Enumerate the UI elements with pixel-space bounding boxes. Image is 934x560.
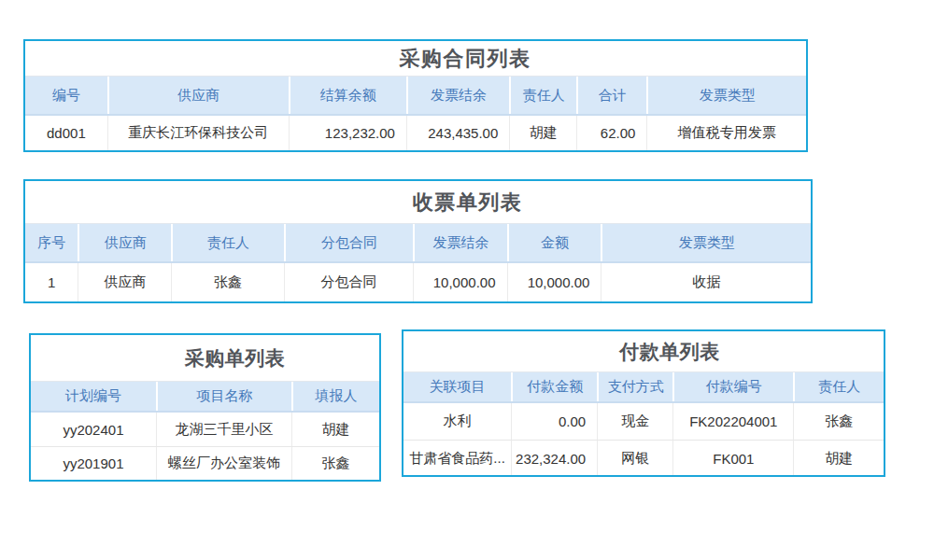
purchase-contract-table-title: 采购合同列表 [25,41,806,77]
table-cell: 甘肃省食品药... [403,441,511,476]
table-cell: yy201901 [31,447,156,480]
table-title-text: 采购合同列表 [400,45,531,73]
table-header-row: 编号 供应商 结算余额 发票结余 责任人 合计 发票类型 [25,77,806,116]
header-cell: 项目名称 [156,382,291,411]
header-cell: 供应商 [107,77,289,114]
header-cell: 结算余额 [289,77,406,114]
table-cell: 232,324.00 [511,441,597,476]
table-cell: 123,232.00 [289,116,406,150]
table-cell: 1 [25,263,78,301]
header-cell: 金额 [507,224,601,261]
table-cell: 胡建 [793,441,884,476]
table-row: 1 供应商 张鑫 分包合同 10,000.00 10,000.00 收据 [25,263,811,301]
header-cell: 供应商 [78,224,171,261]
table-row: yy201901 螺丝厂办公室装饰 张鑫 [31,446,379,480]
table-cell: 现金 [597,403,672,440]
header-cell: 关联项目 [403,372,511,401]
table-cell: 重庆长江环保科技公司 [107,116,289,150]
table-header-row: 关联项目 付款金额 支付方式 付款编号 责任人 [403,372,884,403]
header-cell: 合计 [576,77,646,114]
purchase-order-table-title: 采购单列表 [31,335,379,382]
table-cell: 10,000.00 [413,263,506,301]
table-cell: dd001 [25,116,107,150]
header-cell: 编号 [25,77,107,114]
table-cell: FK202204001 [672,403,793,440]
table-row: 水利 0.00 现金 FK202204001 张鑫 [403,403,884,440]
header-cell: 发票结余 [413,224,506,261]
table-cell: 螺丝厂办公室装饰 [156,447,291,480]
table-cell: 胡建 [291,413,379,446]
header-cell: 发票类型 [646,77,806,114]
table-cell: 62.00 [576,116,646,150]
header-cell: 发票结余 [406,77,509,114]
payment-table-title: 付款单列表 [403,331,884,372]
header-cell: 计划编号 [31,382,156,411]
table-cell: 龙湖三千里小区 [156,413,291,446]
table-row: dd001 重庆长江环保科技公司 123,232.00 243,435.00 胡… [25,116,806,150]
header-cell: 责任人 [793,372,884,401]
table-cell: 243,435.00 [406,116,509,150]
table-cell: 0.00 [511,403,597,440]
table-cell: 张鑫 [291,447,379,480]
table-cell: 供应商 [78,263,171,301]
table-header-row: 计划编号 项目名称 填报人 [31,382,379,413]
receipt-table: 收票单列表 序号 供应商 责任人 分包合同 发票结余 金额 发票类型 1 供应商… [23,179,813,303]
table-cell: 10,000.00 [507,263,601,301]
payment-table: 付款单列表 关联项目 付款金额 支付方式 付款编号 责任人 水利 0.00 现金… [402,329,885,477]
header-cell: 支付方式 [597,372,672,401]
table-cell: 张鑫 [793,403,884,440]
table-cell: 胡建 [509,116,576,150]
purchase-order-table: 采购单列表 计划编号 项目名称 填报人 yy202401 龙湖三千里小区 胡建 … [29,333,381,482]
table-cell: FK001 [672,441,793,476]
table-title-text: 采购单列表 [185,345,286,371]
table-cell: 增值税专用发票 [646,116,806,150]
table-cell: 网银 [597,441,672,476]
header-cell: 分包合同 [284,224,414,261]
header-cell: 责任人 [509,77,576,114]
header-cell: 序号 [25,224,78,261]
table-cell: 水利 [403,403,511,440]
table-row: 甘肃省食品药... 232,324.00 网银 FK001 胡建 [403,440,884,476]
table-title-text: 付款单列表 [619,339,720,365]
receipt-table-title: 收票单列表 [25,181,811,224]
table-title-text: 收票单列表 [413,189,523,217]
header-cell: 付款编号 [672,372,793,401]
table-cell: 张鑫 [171,263,283,301]
table-cell: yy202401 [31,413,156,446]
table-cell: 分包合同 [284,263,414,301]
table-row: yy202401 龙湖三千里小区 胡建 [31,413,379,446]
header-cell: 责任人 [171,224,283,261]
header-cell: 付款金额 [511,372,597,401]
header-cell: 填报人 [291,382,379,411]
header-cell: 发票类型 [601,224,811,261]
table-header-row: 序号 供应商 责任人 分包合同 发票结余 金额 发票类型 [25,224,811,263]
table-cell: 收据 [601,263,811,301]
purchase-contract-table: 采购合同列表 编号 供应商 结算余额 发票结余 责任人 合计 发票类型 dd00… [23,39,808,152]
